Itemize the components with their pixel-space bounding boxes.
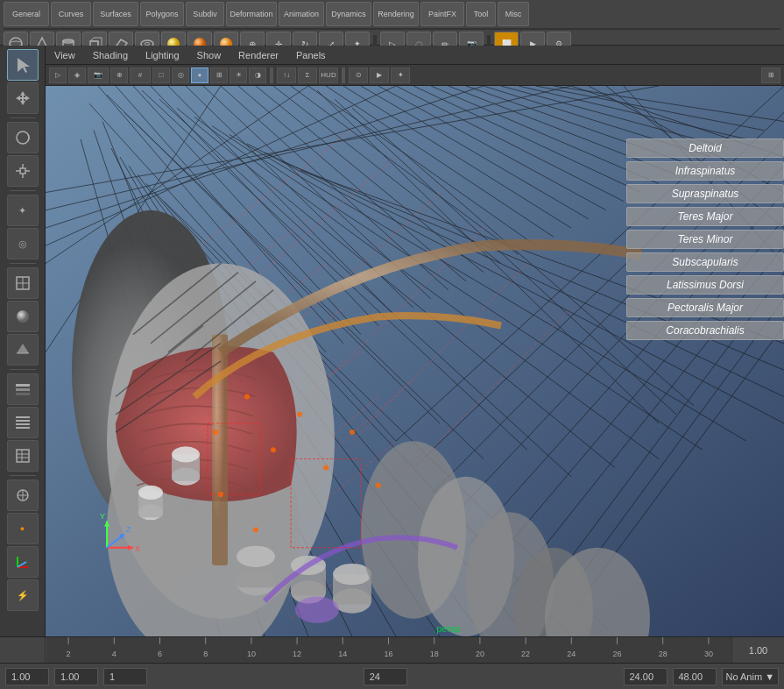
svg-marker-180: [104, 521, 109, 526]
svg-line-107: [46, 86, 571, 210]
timeline-track[interactable]: 2 4 6 8 10 12 14 16 18 20 22 24 26 28 30: [46, 637, 731, 663]
rotate-tool-btn[interactable]: [7, 122, 39, 153]
label-pectoralis-major[interactable]: Pectoralis Major: [626, 298, 784, 317]
vp-snap-icon[interactable]: ⊕: [110, 67, 128, 83]
scale-tool-btn[interactable]: [7, 155, 39, 187]
label-supraspinatus[interactable]: Supraspinatus: [626, 184, 784, 203]
svg-rect-29: [16, 388, 30, 391]
svg-point-152: [138, 486, 163, 500]
label-subscapularis[interactable]: Subscapularis: [626, 252, 784, 272]
svg-line-102: [164, 202, 615, 636]
vp-light-icon[interactable]: ☀: [230, 67, 247, 83]
move-tool-btn[interactable]: [7, 82, 39, 114]
lighting-menu[interactable]: Lighting: [142, 48, 183, 62]
menu-rendering[interactable]: Rendering: [373, 2, 419, 26]
axis-btn[interactable]: [7, 546, 39, 578]
svg-line-159: [133, 264, 221, 335]
svg-line-104: [46, 86, 308, 264]
svg-point-144: [333, 588, 371, 613]
label-deltoid[interactable]: Deltoid: [626, 139, 784, 158]
status-field-5[interactable]: 24.00: [624, 668, 667, 685]
vp-pick-icon[interactable]: ◈: [68, 67, 86, 83]
menu-deform[interactable]: Deformation: [226, 2, 277, 26]
vp-grid-icon[interactable]: #: [130, 67, 151, 83]
label-coracobrachialis[interactable]: Coracobrachialis: [626, 321, 784, 340]
menu-subdiv[interactable]: Subdiv: [186, 2, 224, 26]
vp-render-icon[interactable]: ▶: [370, 67, 389, 83]
label-teres-major[interactable]: Teres Major: [626, 207, 784, 226]
vp-shade-icon[interactable]: ●: [191, 67, 208, 83]
vp-camera-icon[interactable]: 📷: [88, 67, 109, 83]
menu-general[interactable]: General: [4, 2, 49, 26]
smooth-shade-btn[interactable]: [7, 301, 39, 332]
label-latissimus-dorsi[interactable]: Latissimus Dorsi: [626, 275, 784, 295]
svg-line-117: [536, 299, 784, 636]
viewport-canvas[interactable]: X Y Z persp Deltoid Infraspinatus Supras…: [46, 86, 784, 636]
display-layers-btn[interactable]: [7, 407, 39, 438]
vp-shadow-icon[interactable]: ◑: [249, 67, 266, 83]
menu-polygons[interactable]: Polygons: [140, 2, 184, 26]
svg-line-94: [94, 131, 265, 636]
svg-text:2: 2: [67, 650, 71, 658]
vp-fx-icon[interactable]: ✦: [391, 67, 410, 83]
menu-surfaces[interactable]: Surfaces: [93, 2, 138, 26]
scene-background: X Y Z persp Deltoid Infraspinatus Supras…: [46, 86, 784, 636]
status-field-3[interactable]: 1: [103, 668, 147, 685]
svg-rect-145: [333, 574, 371, 604]
manip-tool-btn[interactable]: ✦: [7, 195, 39, 226]
show-menu[interactable]: Show: [194, 48, 225, 62]
status-field-6[interactable]: 48.00: [673, 668, 717, 685]
menu-tool[interactable]: Tool: [466, 2, 496, 26]
shading-menu[interactable]: Shading: [89, 48, 131, 62]
vp-hud-icon[interactable]: HUD: [319, 67, 338, 83]
vp-panel-icon[interactable]: ⊞: [761, 67, 780, 83]
vp-isolate-icon[interactable]: ⊙: [349, 67, 368, 83]
menu-curves[interactable]: Curves: [51, 2, 91, 26]
anim-dropdown[interactable]: No Anim ▼: [722, 668, 780, 685]
svg-line-46: [98, 86, 326, 352]
vp-poly-count[interactable]: Σ: [298, 67, 317, 83]
svg-point-141: [291, 580, 326, 603]
svg-rect-151: [138, 493, 163, 517]
vp-wireframe-icon[interactable]: □: [152, 67, 170, 83]
component-edit-btn[interactable]: ●: [7, 513, 39, 544]
svg-point-166: [213, 430, 218, 435]
svg-line-51: [186, 86, 413, 308]
status-field-2[interactable]: 1.00: [54, 668, 98, 685]
vp-normals-icon[interactable]: ↑↓: [277, 67, 296, 83]
select-tool-btn[interactable]: [7, 49, 39, 81]
renderer-menu[interactable]: Renderer: [235, 48, 282, 62]
label-teres-minor[interactable]: Teres Minor: [626, 230, 784, 249]
svg-text:10: 10: [247, 650, 256, 658]
svg-text:30: 30: [704, 650, 713, 658]
channel-box-btn[interactable]: [7, 440, 39, 472]
view-menu[interactable]: View: [51, 48, 79, 62]
svg-text:8: 8: [203, 650, 208, 658]
svg-line-132: [265, 379, 413, 512]
flat-shade-btn[interactable]: [7, 334, 39, 366]
layers-btn[interactable]: [7, 373, 39, 405]
svg-line-90: [317, 90, 659, 423]
status-field-4[interactable]: 24: [364, 668, 407, 685]
panels-menu[interactable]: Panels: [293, 48, 329, 62]
script-editor-btn[interactable]: ⚡: [7, 579, 39, 611]
menu-misc[interactable]: Misc: [498, 2, 529, 26]
svg-line-124: [396, 308, 571, 486]
svg-line-103: [46, 86, 221, 352]
menu-dynamics[interactable]: Dynamics: [326, 2, 371, 26]
svg-line-83: [194, 117, 659, 458]
vp-select-icon[interactable]: ▷: [49, 67, 67, 83]
menu-paintfx[interactable]: PaintFX: [420, 2, 464, 26]
menu-anim[interactable]: Animation: [279, 2, 324, 26]
viewport[interactable]: View Shading Lighting Show Renderer Pane…: [46, 46, 784, 636]
svg-text:20: 20: [476, 650, 484, 658]
label-infraspinatus[interactable]: Infraspinatus: [626, 161, 784, 181]
vp-xray-icon[interactable]: ◎: [172, 67, 189, 83]
input-output-btn[interactable]: [7, 479, 39, 511]
svg-line-48: [133, 86, 361, 335]
svg-line-57: [291, 86, 519, 254]
status-field-1[interactable]: 1.00: [5, 668, 49, 685]
soft-select-btn[interactable]: ◎: [7, 228, 39, 259]
wireframe-btn[interactable]: [7, 267, 39, 299]
vp-tex-icon[interactable]: ⊞: [210, 67, 228, 83]
